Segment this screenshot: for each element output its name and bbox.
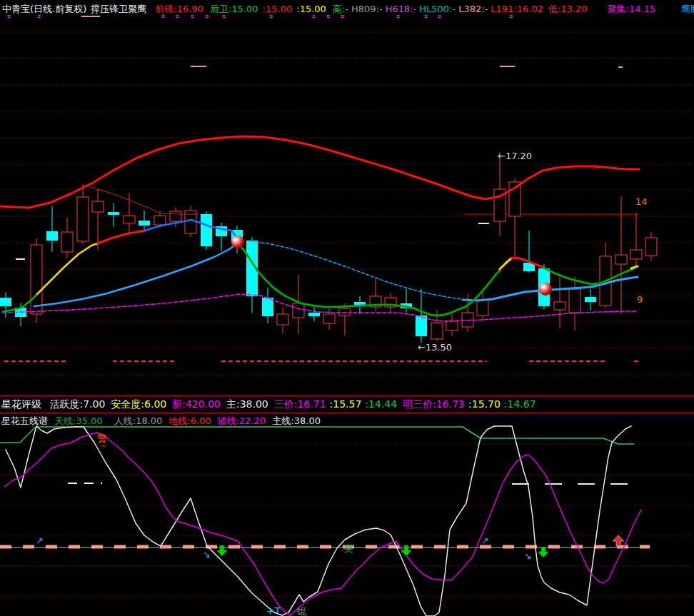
down-right-arrow-icon: ↘ (524, 550, 532, 561)
field: H809:- (351, 4, 383, 14)
titlebar-fields: 前锋:16.90后卫:15.00:15.00:15.00高:-H809:-H61… (149, 4, 694, 14)
indicator-underline (81, 16, 100, 17)
field: :14.44 (365, 398, 397, 410)
candle-body (630, 250, 642, 259)
field: 主线:38.00 (272, 415, 321, 426)
upper-band-red-line (0, 136, 639, 208)
candle-body (645, 238, 657, 256)
field: L191:16.02 (491, 4, 543, 14)
price-callout-low: ←13.50 (418, 342, 452, 353)
lower-white-main-line (6, 426, 631, 616)
ball-highlight (541, 286, 545, 288)
candle-body (416, 315, 427, 336)
rating-indicator-band: 星花评级 活跃度:7.00安全度:6.00新:420.00主:38.00三价:1… (0, 395, 694, 413)
candle-body (277, 314, 288, 325)
titlebar: 中青宝(日线.前复权)撑压锋卫聚鹰 前锋:16.90后卫:15.00:15.00… (0, 0, 694, 21)
lower-magenta-line (4, 433, 641, 615)
field: 新:420.00 (172, 398, 221, 410)
field: 明三价:16.73 (403, 398, 465, 410)
field: 辅线:22.20 (218, 415, 266, 426)
candle-body (446, 321, 458, 330)
candle-body (108, 212, 119, 215)
up-right-arrow-icon: ↗ (481, 535, 489, 546)
sell-arrow-icon (538, 547, 549, 557)
field: L382:- (458, 4, 488, 14)
candle-body (308, 313, 320, 316)
staff-indicator-band: 星花五线谱 天线:35.00人线:18.00地线:6.00辅线:22.20主线:… (0, 413, 694, 428)
field: 安全度:6.00 (111, 398, 166, 410)
candle-body (92, 201, 104, 212)
staff-band-title[interactable]: 星花五线谱 (1, 415, 48, 426)
field: 地线:6.00 (169, 415, 211, 426)
candle-body (170, 211, 181, 221)
app-window: ←17.20←13.50149警~突+T馄↗↘↗↘¤¤¤¤¤¤¤¤¤¤¤¤¤¤¤… (0, 0, 694, 616)
lightblue-rise-line (34, 245, 236, 306)
candle-body (293, 303, 304, 318)
down-right-arrow-icon: ↘ (203, 549, 211, 560)
field: H618:- (386, 4, 417, 14)
field: 三价:16.71 (274, 398, 326, 410)
field: 后卫:15.00 (210, 4, 258, 14)
field: 高:- (333, 4, 348, 14)
field: 活跃度:7.00 (49, 398, 105, 410)
candle-body (154, 216, 166, 225)
sell-arrow-icon (217, 545, 228, 556)
field: 鹰眼:14.84 (681, 4, 694, 14)
alert-underline: ~ (100, 442, 106, 451)
field: :15.00 (263, 4, 293, 14)
candle-body (61, 232, 73, 252)
candle-body (585, 297, 596, 302)
field: :15.57 (330, 398, 362, 410)
yellow-tip-line (631, 266, 638, 268)
candlestick-chart-canvas[interactable]: ←17.20←13.50149警~突+T馄↗↘↗↘¤¤¤¤¤¤¤¤¤¤¤¤¤¤¤ (0, 0, 694, 616)
buy-arrow-icon (613, 535, 624, 546)
candle-body (477, 300, 488, 315)
candle-body (77, 197, 89, 241)
candle-body (323, 314, 335, 323)
rating-band-fields: 活跃度:7.00安全度:6.00新:420.00主:38.00三价:16.71:… (44, 398, 535, 410)
up-right-arrow-icon: ↗ (36, 535, 44, 546)
axis-price-9: 9 (637, 294, 643, 305)
candle-body (354, 302, 366, 305)
candle-body (569, 289, 580, 313)
field: 前锋:16.90 (155, 4, 203, 14)
yellow-right-line (500, 258, 511, 269)
candle-body (0, 298, 11, 306)
plus-t-glyph: +T (266, 605, 281, 616)
field: :14.67 (504, 398, 536, 410)
candle-body (139, 221, 150, 226)
sell-arrow-icon (401, 545, 412, 556)
sell-signal-ball-icon (231, 236, 244, 248)
breakout-glyph: 突 (344, 543, 353, 554)
field: :15.00 (296, 4, 326, 14)
candle-body (615, 255, 627, 264)
candle-body (46, 231, 58, 241)
field: :15.70 (468, 398, 501, 410)
field: 人线:18.00 (114, 415, 163, 426)
green-mid-line (238, 243, 500, 315)
field: 聚集:14.15 (608, 4, 656, 14)
stock-title[interactable]: 中青宝(日线.前复权) (2, 4, 86, 14)
candle-body (339, 308, 351, 315)
candle-body (431, 323, 443, 339)
candle-body (31, 245, 42, 314)
field: 主:38.00 (226, 398, 268, 410)
candle-body (201, 214, 212, 246)
candle-body (554, 302, 565, 310)
cyan-dashed-line (251, 241, 463, 299)
field: 天线:35.00 (54, 415, 103, 426)
rating-band-title[interactable]: 星花评级 (1, 398, 41, 410)
sell-signal-ball-icon (539, 283, 552, 296)
price-callout-high: ←17.20 (498, 151, 532, 161)
indicator-name[interactable]: 撑压锋卫聚鹰 (91, 4, 146, 14)
field: HL500:- (419, 4, 456, 14)
candle-body (262, 298, 273, 316)
ball-highlight (233, 238, 238, 241)
lower-green-top-line (0, 427, 634, 444)
green-right-line (544, 268, 634, 284)
gray-glyph: 馄 (296, 606, 306, 616)
candle-body (124, 216, 135, 223)
axis-price-14: 14 (635, 196, 648, 207)
red-mid-line (98, 231, 145, 243)
staff-band-fields: 天线:35.00人线:18.00地线:6.00辅线:22.20主线:38.00 (51, 415, 321, 426)
